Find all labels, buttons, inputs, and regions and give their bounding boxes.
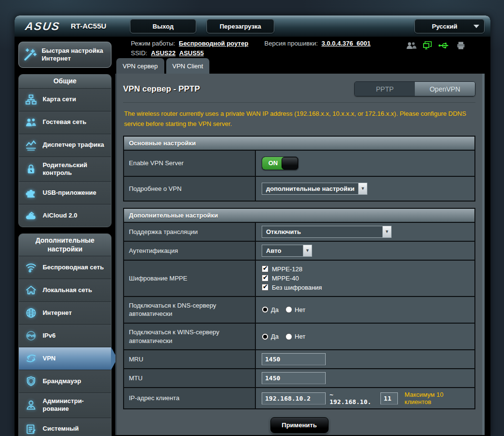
radio-selected-icon [262, 333, 268, 340]
dns-yes-radio[interactable]: Да [262, 306, 279, 313]
wins-yes-radio[interactable]: Да [262, 333, 279, 340]
client-ip-start-input[interactable] [262, 392, 326, 405]
ssid-link-2[interactable]: ASUS55 [179, 49, 204, 57]
nav-group-advanced: Дополнительные настройки Беспроводная се… [18, 234, 111, 436]
select-arrow-icon [358, 183, 367, 194]
sidebar-item-label: USB-приложение [43, 189, 96, 197]
mru-label: MRU [124, 350, 255, 369]
nav-group-advanced-header: Дополнительные настройки [19, 234, 111, 256]
reboot-button[interactable]: Перезагрузка [206, 19, 274, 33]
language-selector[interactable]: Русский [414, 19, 485, 33]
client-ip-end-input[interactable] [380, 392, 398, 405]
sidebar-item-wan[interactable]: Интернет [19, 301, 111, 324]
document-icon [24, 423, 38, 436]
svg-text:IPv6: IPv6 [27, 333, 35, 338]
sidebar-item-label: Гостевая сеть [43, 118, 86, 126]
basic-settings-header: Основные настройки [124, 136, 475, 150]
apply-button[interactable]: Применить [270, 417, 329, 433]
mtu-label: MTU [124, 369, 255, 388]
sidebar-item-label: Интернет [43, 309, 72, 317]
logout-button[interactable]: Выход [130, 19, 196, 33]
sidebar-item-vpn[interactable]: VPN [19, 347, 111, 370]
quick-setup-label: Быстрая настройка Интернет [42, 47, 107, 62]
toggle-knob [282, 157, 298, 170]
page-title: VPN сервер - PPTP [123, 84, 200, 94]
sidebar-item-aicloud[interactable]: AiCloud 2.0 [19, 204, 111, 227]
sidebar-item-label: Системный [43, 425, 79, 433]
advanced-settings-header: Дополнительные настройки [124, 208, 475, 222]
sidebar-item-traffic-manager[interactable]: Диспетчер трафика [19, 134, 111, 156]
openvpn-button[interactable]: OpenVPN [415, 82, 475, 96]
mru-input[interactable] [262, 353, 326, 365]
advanced-settings-table: Дополнительные настройки Поддержка транс… [123, 208, 475, 409]
sidebar-item-guest-network[interactable]: Гостевая сеть [19, 111, 111, 134]
mppe-40-checkbox[interactable] [262, 275, 268, 281]
wins-auto-label: Подключаться к WINS-серверу автоматическ… [124, 323, 255, 350]
usb-icon[interactable] [438, 41, 451, 50]
table-row: MTU [124, 369, 475, 388]
sidebar-item-network-map[interactable]: Карта сети [19, 88, 111, 111]
vpn-details-selected-value: дополнительные настройки [262, 183, 358, 194]
toggle-on-label: ON [262, 157, 284, 170]
authentication-select[interactable]: Авто [262, 245, 312, 257]
sidebar-item-quick-setup[interactable]: Быстрая настройка Интернет [18, 42, 111, 68]
printer-icon[interactable] [457, 41, 465, 50]
vpn-details-select[interactable]: дополнительные настройки [262, 183, 367, 195]
client-ip-label: IP-адрес клиента [124, 388, 255, 409]
vpn-arrows-icon [24, 352, 38, 365]
operation-mode-link[interactable]: Беспроводной роутер [179, 40, 248, 47]
magic-wand-icon [23, 47, 37, 62]
table-row: Подключаться к WINS-серверу автоматическ… [124, 323, 475, 350]
status-line-1: Режим работы: Беспроводной роутер Версия… [131, 40, 371, 47]
wifi-icon [24, 261, 38, 274]
ddns-warning-text: The wireless router currently uses a pri… [124, 109, 474, 129]
mppe-128-checkbox[interactable] [262, 265, 268, 272]
ssid-label: SSID: [131, 49, 147, 57]
client-ip-prefix: ~ 192.168.10. [330, 391, 377, 405]
radio-yes-label: Да [271, 333, 279, 340]
tab-bar: VPN серверVPN Client [115, 58, 490, 74]
mppe-40-label: MPPE-40 [272, 275, 299, 282]
mppe-encryption-label: Шифрование MPPE [124, 260, 255, 296]
operation-mode-label: Режим работы: [131, 40, 175, 47]
firmware-version-link[interactable]: 3.0.0.4.376_6001 [321, 40, 370, 47]
authentication-label: Аутентификация [124, 241, 255, 260]
radio-yes-label: Да [271, 306, 279, 313]
sidebar-item-usb-application[interactable]: USB-приложение [19, 181, 111, 204]
table-row: Подключаться к DNS-серверу автоматически… [124, 296, 475, 323]
pptp-button[interactable]: PPTP [355, 82, 415, 96]
sidebar-item-label: Администри- рование [43, 397, 108, 413]
router-admin-window: ASUS RT-AC55U Выход Перезагрузка Русский… [15, 16, 490, 436]
dns-auto-label: Подключаться к DNS-серверу автоматически [124, 296, 255, 323]
clients-icon[interactable] [406, 41, 417, 50]
sidebar-item-system-log[interactable]: Системный [19, 418, 111, 436]
sidebar-item-wireless[interactable]: Беспроводная сеть [19, 256, 111, 279]
broadcast-support-select[interactable]: Отключить [262, 226, 392, 238]
sidebar-item-ipv6[interactable]: IPv6 IPv6 [19, 324, 111, 347]
radio-unselected-icon [285, 333, 292, 340]
sidebar-item-label: Карта сети [43, 95, 76, 103]
mtu-input[interactable] [262, 372, 326, 384]
select-arrow-icon [303, 245, 312, 256]
network-devices-icon[interactable] [423, 41, 432, 50]
sidebar-item-lan[interactable]: Локальная сеть [19, 279, 111, 301]
sidebar-item-firewall[interactable]: Брандмауэр [19, 370, 111, 392]
sidebar-item-label: Локальная сеть [43, 286, 92, 294]
table-row: Шифрование MPPE MPPE-128 MPPE-40 Без шиф… [124, 260, 475, 296]
no-encryption-checkbox[interactable] [262, 284, 268, 291]
tab-vpn-client[interactable]: VPN Client [166, 58, 210, 74]
table-row: Аутентификация Авто [124, 241, 475, 260]
ssid-link-1[interactable]: ASUS22 [151, 49, 176, 57]
max-clients-note: Максимум 10 клиентов [405, 391, 469, 405]
wins-no-radio[interactable]: Нет [285, 333, 305, 340]
sidebar-item-parental-control[interactable]: Родительский контроль [19, 156, 111, 182]
admin-person-icon [24, 399, 38, 411]
tab-vpn-server[interactable]: VPN сервер [116, 58, 164, 74]
enable-vpn-toggle[interactable]: ON [262, 156, 299, 170]
sidebar-item-label: AiCloud 2.0 [43, 212, 78, 219]
table-row: IP-адрес клиента ~ 192.168.10. Максимум … [124, 388, 475, 409]
sidebar-item-administration[interactable]: Администри- рование [19, 392, 111, 418]
dns-no-radio[interactable]: Нет [285, 306, 305, 313]
sidebar-item-label: Брандмауэр [43, 377, 81, 385]
firmware-label: Версия прошивки: [265, 40, 318, 47]
